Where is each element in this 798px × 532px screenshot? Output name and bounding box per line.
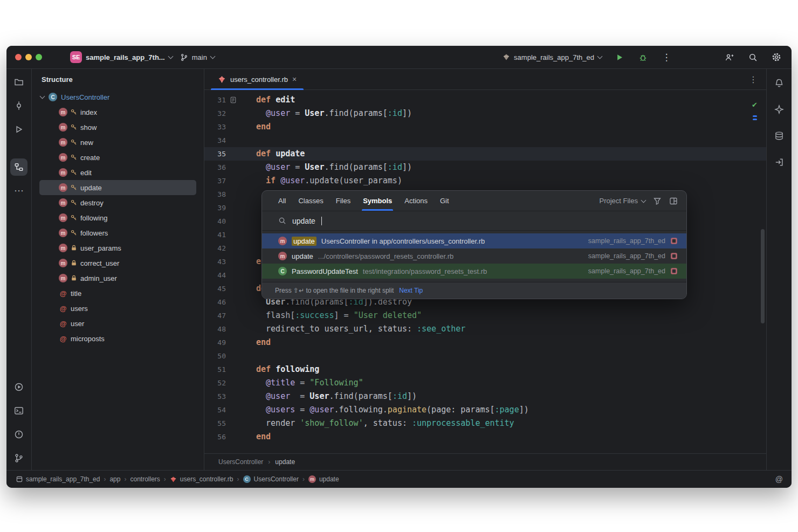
line-number[interactable]: 47 [204, 309, 226, 322]
project-widget[interactable]: SE sample_rails_app_7th... [70, 51, 173, 63]
terminal-icon[interactable] [10, 402, 27, 419]
code-line-50[interactable]: 50 [204, 349, 766, 363]
code-line-49[interactable]: 49end [204, 336, 766, 349]
scope-selector[interactable]: Project Files [599, 197, 645, 205]
notifications-icon[interactable] [771, 74, 788, 92]
run-tool-window-icon[interactable] [10, 121, 27, 138]
line-number[interactable]: 38 [204, 188, 226, 201]
code-line-56[interactable]: 56end [204, 430, 766, 444]
code-line-37[interactable]: 37 if @user.update(user_params) [204, 174, 766, 188]
next-tip-link[interactable]: Next Tip [399, 287, 423, 294]
line-number[interactable]: 33 [204, 120, 226, 134]
line-number[interactable]: 42 [204, 241, 226, 255]
status-crumb-update[interactable]: mupdate [308, 475, 339, 483]
search-result-3[interactable]: CPasswordUpdateTesttest/integration/pass… [262, 264, 686, 279]
line-number[interactable]: 49 [204, 336, 226, 349]
editor-scrollbar[interactable] [761, 229, 765, 323]
line-number[interactable]: 40 [204, 215, 226, 228]
problems-icon[interactable] [10, 426, 27, 443]
structure-item-create[interactable]: mcreate [39, 150, 196, 165]
tab-users-controller[interactable]: users_controller.rb × [211, 69, 304, 89]
line-number[interactable]: 41 [204, 228, 226, 241]
line-number[interactable]: 34 [204, 134, 226, 147]
code-line-34[interactable]: 34 [204, 134, 766, 147]
services-icon[interactable] [10, 378, 27, 396]
project-folder-icon[interactable] [10, 73, 27, 91]
close-tab-icon[interactable]: × [292, 75, 297, 83]
zoom-window-button[interactable] [36, 54, 42, 60]
code-line-35[interactable]: 35def update [204, 147, 766, 161]
version-control-icon[interactable] [10, 450, 27, 467]
line-number[interactable]: 55 [204, 417, 226, 430]
popup-tab-git[interactable]: Git [440, 191, 449, 211]
popup-tab-all[interactable]: All [278, 191, 286, 211]
search-icon[interactable] [746, 51, 759, 64]
structure-root-node[interactable]: C UsersController [32, 89, 204, 105]
structure-item-destroy[interactable]: mdestroy [39, 195, 196, 210]
status-crumb-app[interactable]: app [109, 475, 120, 483]
line-number[interactable]: 43 [204, 255, 226, 268]
endpoints-icon[interactable] [771, 154, 788, 171]
minimize-window-button[interactable] [25, 54, 32, 60]
structure-icon[interactable] [10, 158, 27, 176]
code-line-32[interactable]: 32 @user = User.find(params[:id]) [204, 107, 766, 120]
line-number[interactable]: 32 [204, 107, 226, 120]
run-config-widget[interactable]: sample_rails_app_7th_ed [503, 53, 602, 61]
line-number[interactable]: 39 [204, 201, 226, 215]
code-line-48[interactable]: 48 redirect_to users_url, status: :see_o… [204, 322, 766, 336]
commit-icon[interactable] [10, 97, 27, 114]
line-number[interactable]: 45 [204, 282, 226, 295]
database-icon[interactable] [771, 127, 788, 144]
settings-icon[interactable] [770, 51, 783, 64]
search-input[interactable]: update [262, 211, 686, 231]
line-number[interactable]: 35 [204, 147, 226, 161]
code-line-54[interactable]: 54 @users = @user.following.paginate(pag… [204, 403, 766, 417]
structure-item-edit[interactable]: medit [39, 165, 196, 180]
popup-tab-symbols[interactable]: Symbols [363, 191, 392, 211]
run-button[interactable] [613, 51, 625, 64]
structure-item-followers[interactable]: mfollowers [39, 225, 196, 240]
line-number[interactable]: 31 [204, 93, 226, 107]
search-result-2[interactable]: mupdate.../controllers/password_resets_c… [262, 248, 686, 264]
status-crumb-controllers[interactable]: controllers [130, 475, 160, 483]
code-line-36[interactable]: 36 @user = User.find(params[:id]) [204, 161, 766, 174]
code-line-31[interactable]: 31def edit [204, 93, 766, 107]
line-number[interactable]: 53 [204, 390, 226, 403]
structure-item-update[interactable]: mupdate [39, 180, 196, 195]
code-line-51[interactable]: 51def following [204, 363, 766, 376]
structure-item-title[interactable]: @title [39, 286, 196, 301]
more-actions-icon[interactable]: ⋮ [660, 51, 673, 64]
add-user-icon[interactable] [723, 51, 735, 64]
popup-tab-actions[interactable]: Actions [404, 191, 428, 211]
line-number[interactable]: 52 [204, 376, 226, 390]
branch-widget[interactable]: main [180, 53, 215, 61]
code-line-53[interactable]: 53 @user = User.find(params[:id]) [204, 390, 766, 403]
code-line-52[interactable]: 52 @title = "Following" [204, 376, 766, 390]
more-tool-windows-icon[interactable]: ⋯ [10, 182, 27, 199]
line-number[interactable]: 48 [204, 322, 226, 336]
structure-item-index[interactable]: mindex [39, 105, 196, 120]
structure-item-show[interactable]: mshow [39, 120, 196, 135]
code-line-47[interactable]: 47 flash[:success] = "User deleted" [204, 309, 766, 322]
debug-button[interactable] [636, 51, 649, 64]
line-number[interactable]: 36 [204, 161, 226, 174]
line-number[interactable]: 56 [204, 430, 226, 444]
inspection-widget[interactable]: ✔ [752, 101, 758, 120]
line-number[interactable]: 37 [204, 174, 226, 188]
editor-options-icon[interactable]: ⋮ [749, 74, 758, 85]
structure-item-microposts[interactable]: @microposts [39, 331, 196, 346]
search-result-1[interactable]: mupdateUsersController in app/controller… [262, 233, 686, 248]
structure-item-following[interactable]: mfollowing [39, 210, 196, 225]
line-number[interactable]: 44 [204, 268, 226, 282]
code-line-55[interactable]: 55 render 'show_follow', status: :unproc… [204, 417, 766, 430]
line-number[interactable]: 54 [204, 403, 226, 417]
popup-tab-files[interactable]: Files [336, 191, 350, 211]
line-number[interactable]: 51 [204, 363, 226, 376]
close-window-button[interactable] [15, 54, 22, 60]
popup-tab-classes[interactable]: Classes [298, 191, 323, 211]
structure-item-user_params[interactable]: muser_params [39, 240, 196, 255]
structure-item-user[interactable]: @user [39, 316, 196, 331]
code-line-33[interactable]: 33end [204, 120, 766, 134]
structure-item-admin_user[interactable]: madmin_user [39, 271, 196, 286]
line-number[interactable]: 50 [204, 349, 226, 363]
